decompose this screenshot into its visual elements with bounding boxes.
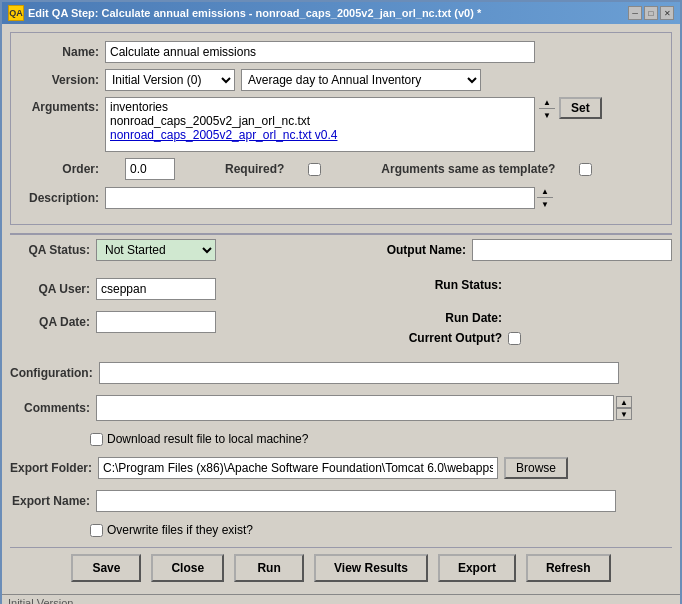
overwrite-row: Overwrite files if they exist?	[90, 523, 672, 537]
minimize-button[interactable]: ─	[628, 6, 642, 20]
arguments-wrapper: inventories nonroad_caps_2005v2_jan_orl_…	[105, 97, 602, 152]
order-row: Order: Required? Arguments same as templ…	[19, 158, 663, 180]
export-name-row: Export Name:	[10, 490, 672, 512]
required-checkbox[interactable]	[308, 163, 321, 176]
run-date-label: Run Date:	[392, 311, 502, 325]
comments-field[interactable]	[96, 395, 614, 421]
title-bar: QA Edit QA Step: Calculate annual emissi…	[2, 2, 680, 24]
config-field[interactable]	[99, 362, 619, 384]
scroll-down-btn[interactable]: ▼	[539, 109, 555, 121]
description-field[interactable]	[105, 187, 535, 209]
window-title: Edit QA Step: Calculate annual emissions…	[28, 7, 481, 19]
run-status-row: Run Status:	[392, 278, 672, 292]
lower-section: QA Status: Not Started Passed Failed In …	[10, 239, 672, 543]
form-content: Name: Version: Initial Version (0) Avera…	[2, 24, 680, 594]
run-button[interactable]: Run	[234, 554, 304, 582]
current-output-row: Current Output?	[392, 331, 672, 345]
comments-scrollbar: ▲ ▼	[616, 396, 632, 420]
name-row: Name:	[19, 41, 663, 63]
name-field[interactable]	[105, 41, 535, 63]
export-folder-label: Export Folder:	[10, 461, 92, 475]
export-button[interactable]: Export	[438, 554, 516, 582]
title-bar-left: QA Edit QA Step: Calculate annual emissi…	[8, 5, 481, 21]
desc-scroll-down[interactable]: ▼	[537, 198, 553, 210]
view-results-button[interactable]: View Results	[314, 554, 428, 582]
qa-date-left: QA Date:	[10, 311, 392, 333]
run-date-right: Run Date: Current Output?	[392, 311, 672, 351]
arguments-label: Arguments:	[19, 100, 99, 114]
status-bar: Initial Version	[2, 594, 680, 604]
export-folder-field[interactable]	[98, 457, 498, 479]
restore-button[interactable]: □	[644, 6, 658, 20]
qa-status-label: QA Status:	[10, 243, 90, 257]
arguments-scrollbar: ▲ ▼	[539, 97, 555, 121]
version-select[interactable]: Initial Version (0)	[105, 69, 235, 91]
output-name-row: Output Name:	[356, 239, 672, 261]
overwrite-checkbox[interactable]	[90, 524, 103, 537]
qa-user-row: QA User: Run Status:	[10, 278, 672, 300]
window-icon: QA	[8, 5, 24, 21]
comments-scroll-up[interactable]: ▲	[616, 396, 632, 408]
export-name-field[interactable]	[96, 490, 616, 512]
top-section: Name: Version: Initial Version (0) Avera…	[10, 32, 672, 225]
order-field[interactable]	[125, 158, 175, 180]
args-same-checkbox[interactable]	[579, 163, 592, 176]
divider	[10, 233, 672, 235]
close-button[interactable]: ✕	[660, 6, 674, 20]
arg-line-3[interactable]: nonroad_caps_2005v2_apr_orl_nc.txt v0.4	[110, 128, 530, 142]
arg-line-2: nonroad_caps_2005v2_jan_orl_nc.txt	[110, 114, 530, 128]
overwrite-text: Overwrite files if they exist?	[107, 523, 253, 537]
desc-scroll-up[interactable]: ▲	[537, 186, 553, 198]
title-controls: ─ □ ✕	[628, 6, 674, 20]
qa-user-left: QA User:	[10, 278, 392, 300]
main-window: QA Edit QA Step: Calculate annual emissi…	[0, 0, 682, 604]
version-label: Version:	[19, 73, 99, 87]
download-checkbox[interactable]	[90, 433, 103, 446]
scroll-up-btn[interactable]: ▲	[539, 97, 555, 109]
close-button[interactable]: Close	[151, 554, 224, 582]
config-row: Configuration:	[10, 362, 672, 384]
export-folder-row: Export Folder: Browse	[10, 457, 672, 479]
qa-status-select[interactable]: Not Started Passed Failed In Progress	[96, 239, 216, 261]
download-label[interactable]: Download result file to local machine?	[90, 432, 308, 446]
comments-label: Comments:	[10, 401, 90, 415]
current-output-label: Current Output?	[392, 331, 502, 345]
comments-wrapper: ▲ ▼	[96, 395, 632, 421]
browse-button[interactable]: Browse	[504, 457, 568, 479]
download-row: Download result file to local machine?	[90, 432, 672, 446]
overwrite-label[interactable]: Overwrite files if they exist?	[90, 523, 253, 537]
arg-line-1: inventories	[110, 100, 530, 114]
args-same-label: Arguments same as template?	[381, 162, 555, 176]
output-name-label: Output Name:	[356, 243, 466, 257]
qa-date-field[interactable]	[96, 311, 216, 333]
required-label: Required?	[225, 162, 284, 176]
arguments-area[interactable]: inventories nonroad_caps_2005v2_jan_orl_…	[105, 97, 535, 152]
algorithm-select[interactable]: Average day to Annual Inventory	[241, 69, 481, 91]
right-info: Output Name:	[356, 239, 672, 267]
qa-output-row: QA Status: Not Started Passed Failed In …	[10, 239, 672, 267]
qa-user-field[interactable]	[96, 278, 216, 300]
qa-date-label: QA Date:	[10, 315, 90, 329]
run-status-label: Run Status:	[392, 278, 502, 292]
comments-scroll-down[interactable]: ▼	[616, 408, 632, 420]
name-label: Name:	[19, 45, 99, 59]
current-output-checkbox[interactable]	[508, 332, 521, 345]
set-button[interactable]: Set	[559, 97, 602, 119]
run-status-right: Run Status:	[392, 278, 672, 298]
output-name-field[interactable]	[472, 239, 672, 261]
qa-date-row: QA Date: Run Date: Current Output?	[10, 311, 672, 351]
qa-user-label: QA User:	[10, 282, 90, 296]
bottom-buttons: Save Close Run View Results Export Refre…	[10, 547, 672, 586]
description-row: Description: ▲ ▼	[19, 186, 663, 210]
refresh-button[interactable]: Refresh	[526, 554, 611, 582]
status-text: Initial Version	[8, 597, 73, 604]
export-name-label: Export Name:	[10, 494, 90, 508]
comments-row: Comments: ▲ ▼	[10, 395, 672, 421]
save-button[interactable]: Save	[71, 554, 141, 582]
arguments-row: Arguments: inventories nonroad_caps_2005…	[19, 97, 663, 152]
description-scrollbar: ▲ ▼	[537, 186, 553, 210]
description-label: Description:	[19, 191, 99, 205]
left-panel: QA Status: Not Started Passed Failed In …	[10, 239, 356, 261]
order-label: Order:	[19, 162, 99, 176]
config-label: Configuration:	[10, 366, 93, 380]
